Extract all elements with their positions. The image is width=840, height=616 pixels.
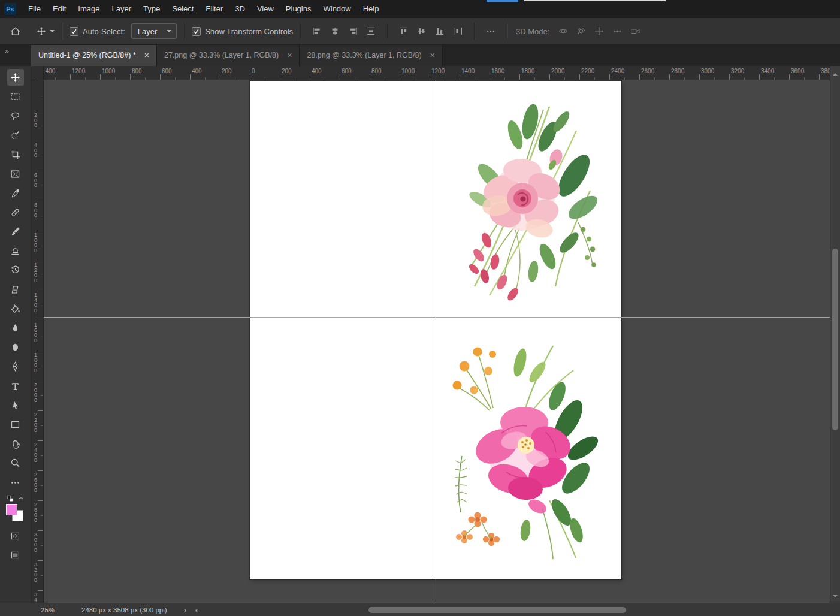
eyedropper-tool[interactable] [7,185,24,201]
path-selection-tool[interactable] [7,397,24,413]
paint-bucket-tool[interactable] [7,300,24,317]
align-top-edges-button[interactable] [396,24,412,38]
tab-close-icon[interactable]: × [430,50,435,60]
guide-vertical[interactable] [436,80,436,603]
align-horizontal-centers-button[interactable] [327,24,343,38]
quick-selection-tool[interactable] [7,127,24,144]
slide-3d-button[interactable] [609,24,625,38]
eraser-tool[interactable] [7,281,24,298]
more-align-options-button[interactable] [483,24,498,38]
ruler-minor-tick [564,77,565,80]
crop-tool[interactable] [7,146,24,163]
scroll-down-icon[interactable] [833,595,838,600]
dodge-tool[interactable] [7,339,24,356]
ruler-minor-tick [41,366,43,366]
orbit-3d-button[interactable] [555,24,571,38]
blur-tool[interactable] [7,320,24,337]
pen-icon [10,361,20,372]
history-brush-tool[interactable] [7,262,24,279]
hand-tool[interactable] [7,436,24,452]
tab-close-icon[interactable]: × [144,50,149,60]
status-menu-chevron[interactable]: › [184,605,187,614]
document-tab[interactable]: 27.png @ 33.3% (Layer 1, RGB/8)× [157,44,300,66]
document-tab[interactable]: Untitled-1 @ 25% (RGB/8#) *× [31,44,157,66]
ruler-horizontal[interactable]: 1400120010008006004002000200400600800100… [43,66,830,80]
scroll-up-icon[interactable] [833,71,838,76]
align-left-edges-button[interactable] [309,24,325,38]
menu-view[interactable]: View [251,0,280,18]
brush-tool[interactable] [7,224,24,240]
menu-window[interactable]: Window [317,0,356,18]
menu-layer[interactable]: Layer [106,0,138,18]
flower-artwork-top [433,86,612,313]
marquee-tool[interactable] [7,88,24,105]
checkbox-checked-icon [192,27,201,36]
tab-close-icon[interactable]: × [287,50,292,60]
ruler-label: 200 [282,68,292,74]
zoom-level-field[interactable]: 25% [41,606,72,614]
type-tool[interactable] [7,378,24,394]
menu-type[interactable]: Type [137,0,166,18]
ruler-tick [38,530,43,531]
vertical-scrollbar-thumb[interactable] [832,249,838,430]
ruler-tick [38,291,43,291]
align-bottom-edges-button[interactable] [432,24,448,38]
pan-3d-button[interactable] [591,24,607,38]
tool-bar [0,66,31,603]
flower-artwork-bottom [434,337,614,565]
menu-3d[interactable]: 3D [229,0,251,18]
document-tab[interactable]: 28.png @ 33.3% (Layer 1, RGB/8)× [300,44,442,66]
roll-3d-button[interactable] [573,24,589,38]
zoom-tool[interactable] [7,455,24,472]
align-vertical-centers-button[interactable] [414,24,430,38]
align-right-edges-button[interactable] [345,24,361,38]
scroll-left-icon[interactable]: ‹ [195,605,198,614]
ruler-tick [38,410,43,411]
vertical-scrollbar[interactable] [830,66,840,603]
distribute-vertical-button[interactable] [363,24,379,38]
distribute-horizontal-button[interactable] [450,24,466,38]
horizontal-scrollbar-thumb[interactable] [368,607,626,613]
guide-horizontal[interactable] [43,317,830,318]
menu-select[interactable]: Select [166,0,200,18]
auto-select-target-dropdown[interactable]: Layer [131,23,177,39]
screen-mode-button[interactable] [7,546,24,563]
menu-filter[interactable]: Filter [200,0,229,18]
auto-select-checkbox[interactable]: Auto-Select: [70,27,125,36]
horizontal-scrollbar[interactable] [201,606,835,614]
canvas-workspace[interactable] [43,80,830,603]
ruler-label: 1200 [34,262,37,283]
current-tool-preset[interactable] [37,26,55,36]
ruler-minor-tick [534,77,535,80]
toolbar-collapse-button[interactable]: » [0,44,31,68]
ruler-minor-tick [445,77,445,80]
frame-tool[interactable] [7,165,24,182]
ruler-vertical[interactable]: 2004006008001000120014001600180020002200… [31,80,44,603]
menu-file[interactable]: File [22,0,47,18]
ruler-tick [729,74,730,80]
separator [507,23,507,40]
move-tool[interactable] [7,69,24,86]
edit-toolbar-button[interactable] [7,474,24,491]
ruler-tick [38,201,43,201]
quick-mask-button[interactable] [7,527,24,544]
clone-stamp-tool[interactable] [7,243,24,259]
swap-colors-icon[interactable] [17,495,25,502]
camera-3d-button[interactable] [627,24,643,38]
menu-help[interactable]: Help [357,0,385,18]
healing-brush-tool[interactable] [7,204,24,221]
ruler-minor-tick [41,395,43,396]
rectangle-tool[interactable] [7,416,24,433]
lasso-tool[interactable] [7,107,24,124]
home-button[interactable] [10,26,21,37]
pen-tool[interactable] [7,358,24,375]
ruler-minor-tick [475,77,475,80]
foreground-color-swatch[interactable] [6,504,17,515]
default-colors-icon[interactable] [7,495,14,502]
menu-image[interactable]: Image [72,0,105,18]
menu-plugins[interactable]: Plugins [280,0,318,18]
ruler-origin-corner[interactable] [31,66,44,80]
menu-edit[interactable]: Edit [47,0,72,18]
show-transform-checkbox[interactable]: Show Transform Controls [192,27,293,36]
lasso-icon [10,111,20,121]
